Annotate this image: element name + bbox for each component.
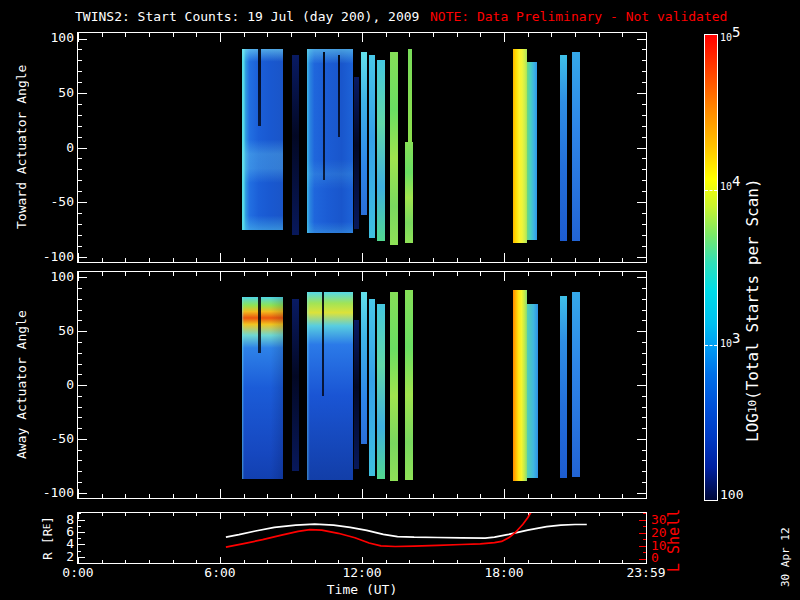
colorbar-title-sub: 10 bbox=[746, 400, 759, 413]
axis-tick bbox=[528, 33, 529, 37]
heatmap-strip bbox=[405, 142, 413, 243]
colorbar-label-base: 100 bbox=[720, 487, 743, 502]
axis-tick bbox=[457, 258, 458, 262]
colorbar-tick-1e3 bbox=[705, 345, 717, 346]
lshell-tick-label: 0 bbox=[651, 550, 681, 565]
axis-tick bbox=[362, 272, 363, 281]
axis-tick bbox=[362, 489, 363, 498]
axis-tick bbox=[646, 557, 647, 563]
colorbar-tick-1e4 bbox=[705, 190, 717, 191]
time-tick-label: 0:00 bbox=[43, 565, 113, 580]
axis-tick bbox=[220, 33, 221, 42]
axis-tick bbox=[433, 272, 434, 276]
axis-tick bbox=[78, 331, 87, 332]
axis-tick bbox=[551, 258, 552, 262]
lshell-axis-line bbox=[646, 512, 647, 564]
axis-tick bbox=[78, 33, 79, 42]
axis-tick bbox=[78, 450, 82, 451]
axis-tick bbox=[642, 126, 646, 127]
axis-tick bbox=[78, 342, 82, 343]
colorbar-label-1e5: 105 bbox=[720, 28, 740, 44]
heatmap-strip bbox=[354, 320, 359, 469]
heatmap-strip bbox=[292, 299, 298, 471]
axis-tick bbox=[78, 407, 82, 408]
axis-tick bbox=[315, 33, 316, 37]
axis-tick bbox=[480, 494, 481, 498]
axis-tick bbox=[78, 374, 82, 375]
heatmap-strip bbox=[369, 55, 375, 238]
axis-tick bbox=[642, 235, 646, 236]
axis-tick bbox=[457, 272, 458, 276]
axis-tick bbox=[409, 258, 410, 262]
axis-tick bbox=[637, 331, 646, 332]
axis-tick bbox=[642, 213, 646, 214]
axis-tick bbox=[78, 224, 82, 225]
page-title: TWINS2: Start Counts: 19 Jul (day 200), … bbox=[75, 9, 419, 24]
heatmap-strip bbox=[572, 292, 580, 477]
axis-tick bbox=[622, 494, 623, 498]
axis-tick bbox=[196, 33, 197, 37]
axis-tick bbox=[338, 33, 339, 37]
axis-tick bbox=[642, 49, 646, 50]
axis-tick bbox=[173, 494, 174, 498]
axis-tick bbox=[622, 272, 623, 276]
axis-tick bbox=[409, 33, 410, 37]
axis-tick bbox=[78, 471, 82, 472]
time-tick-label: 18:00 bbox=[469, 565, 539, 580]
axis-tick bbox=[78, 253, 79, 262]
axis-tick bbox=[642, 158, 646, 159]
heatmap-strip bbox=[307, 49, 353, 232]
axis-tick bbox=[338, 272, 339, 276]
axis-tick bbox=[78, 257, 87, 258]
axis-tick bbox=[315, 494, 316, 498]
axis-tick bbox=[433, 33, 434, 37]
axis-tick bbox=[149, 33, 150, 37]
axis-tick bbox=[78, 385, 87, 386]
axis-tick bbox=[646, 489, 647, 498]
angle-tick-label: 100 bbox=[28, 30, 74, 45]
heatmap-strip bbox=[390, 292, 398, 480]
heatmap-strip bbox=[513, 290, 527, 481]
axis-tick bbox=[642, 224, 646, 225]
angle-tick-label: -100 bbox=[28, 249, 74, 264]
axis-tick bbox=[642, 320, 646, 321]
axis-tick bbox=[642, 82, 646, 83]
axis-tick bbox=[196, 494, 197, 498]
axis-tick bbox=[78, 169, 82, 170]
axis-tick bbox=[599, 258, 600, 262]
axis-tick bbox=[291, 33, 292, 37]
axis-tick bbox=[622, 258, 623, 262]
axis-tick bbox=[78, 82, 82, 83]
axis-tick bbox=[637, 385, 646, 386]
heatmap-strip bbox=[258, 49, 260, 125]
axis-tick bbox=[551, 272, 552, 276]
axis-tick bbox=[78, 39, 87, 40]
axis-tick bbox=[267, 494, 268, 498]
angle-tick-label: -50 bbox=[28, 194, 74, 209]
axis-tick bbox=[551, 33, 552, 37]
angle-tick-label: 100 bbox=[28, 269, 74, 284]
axis-tick bbox=[173, 272, 174, 276]
axis-tick bbox=[244, 272, 245, 276]
axis-tick bbox=[362, 33, 363, 42]
toward-spectrogram-panel bbox=[77, 32, 647, 263]
colorbar-title: LOG10(Total Starts per Scan) bbox=[738, 165, 766, 455]
axis-tick bbox=[504, 253, 505, 262]
heatmap-strip bbox=[560, 55, 568, 242]
axis-tick bbox=[78, 235, 82, 236]
axis-tick bbox=[244, 33, 245, 37]
axis-tick bbox=[78, 288, 82, 289]
axis-tick bbox=[125, 272, 126, 276]
axis-tick bbox=[78, 93, 87, 94]
axis-tick bbox=[622, 33, 623, 37]
axis-tick bbox=[78, 158, 82, 159]
heatmap-strip bbox=[258, 297, 261, 353]
axis-tick bbox=[78, 396, 82, 397]
axis-tick bbox=[338, 494, 339, 498]
axis-tick bbox=[78, 104, 82, 105]
axis-tick bbox=[78, 353, 82, 354]
axis-tick bbox=[457, 33, 458, 37]
axis-tick bbox=[78, 428, 82, 429]
colorbar-label-base: 10 bbox=[720, 32, 732, 43]
axis-tick bbox=[149, 272, 150, 276]
